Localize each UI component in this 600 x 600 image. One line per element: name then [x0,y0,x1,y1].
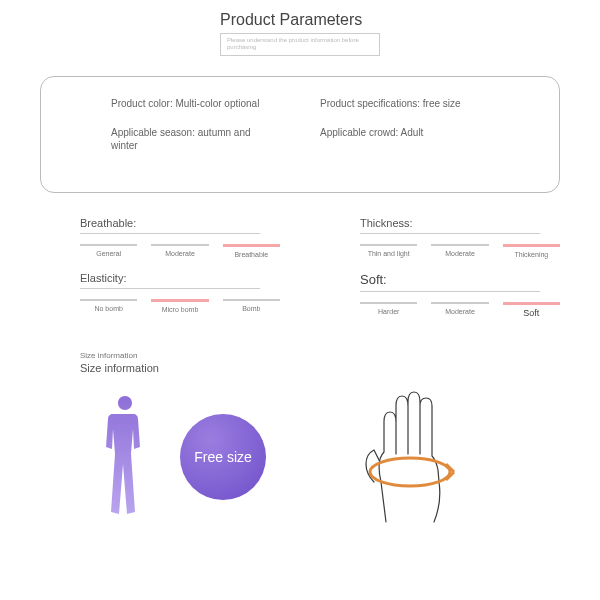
scale-title: Elasticity: [80,272,280,284]
scale-thickness: Thickness: Thin and light Moderate Thick… [320,217,560,259]
scale-breathable: Breathable: General Moderate Breathable [40,217,280,259]
param-color: Product color: Multi-color optional [111,97,271,110]
scale-opt: Moderate [431,250,488,258]
scale-opt: Thickening [503,251,560,259]
scale-opt: Bomb [223,305,280,313]
scale-title: Soft: [360,272,560,287]
page-title: Product Parameters [220,10,380,29]
scale-opt: Micro bomb [151,306,208,314]
size-heading: Size information [80,362,560,374]
scale-opt: Thin and light [360,250,417,258]
header-note: Please understand the product informatio… [220,33,380,55]
scale-soft: Soft: Harder Moderate Soft [320,272,560,319]
scale-title: Breathable: [80,217,280,229]
scale-opt: General [80,250,137,258]
header: Product Parameters Please understand the… [220,10,380,56]
scale-opt: Harder [360,308,417,316]
param-spec: Product specifications: free size [320,97,480,110]
size-subheading: Size information [80,351,560,360]
param-season: Applicable season: autumn and winter [111,126,271,152]
parameters-box: Product color: Multi-color optional Appl… [40,76,560,193]
hand-measure-icon [336,382,486,532]
size-section: Size information Size information Free s… [40,351,560,532]
scale-opt: No bomb [80,305,137,313]
scale-opt: Soft [503,309,560,319]
free-size-badge: Free size [180,414,266,500]
badge-label: Free size [194,449,252,465]
scale-opt: Moderate [431,308,488,316]
param-crowd: Applicable crowd: Adult [320,126,480,139]
scale-elasticity: Elasticity: No bomb Micro bomb Bomb [40,272,280,314]
scale-opt: Breathable [223,251,280,259]
scale-title: Thickness: [360,217,560,229]
person-silhouette-icon [100,392,150,522]
scale-opt: Moderate [151,250,208,258]
scales: Breathable: General Moderate Breathable … [40,217,560,334]
